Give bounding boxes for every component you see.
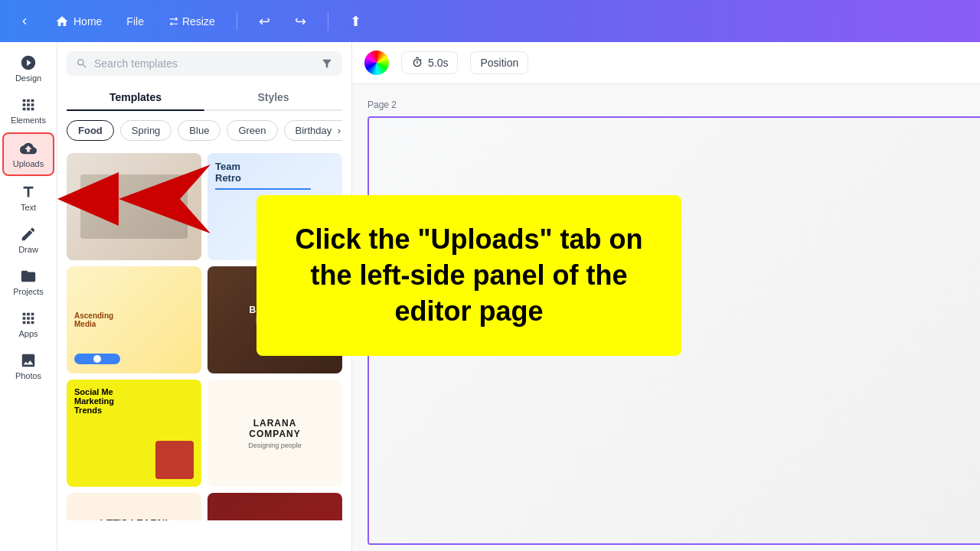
elements-label: Elements	[11, 116, 46, 125]
pill-blue[interactable]: Blue	[178, 120, 220, 141]
divider2	[328, 12, 328, 31]
timer-icon	[411, 57, 423, 69]
file-label: File	[126, 15, 144, 28]
template-card-6[interactable]: LARANA COMPANY Designing people	[207, 380, 342, 487]
canvas-toolbar: 5.0s Position	[352, 42, 980, 84]
pill-green[interactable]: Green	[227, 120, 277, 141]
sidebar-item-elements[interactable]: Elements	[2, 90, 54, 131]
projects-label: Projects	[13, 287, 44, 296]
text-label: Text	[21, 203, 36, 212]
design-label: Design	[15, 73, 41, 83]
template-card-1[interactable]	[67, 153, 201, 260]
pill-birthday[interactable]: Birthday ›	[284, 120, 342, 141]
color-icon[interactable]	[364, 51, 389, 75]
back-button[interactable]	[12, 12, 37, 31]
uploads-label: Uploads	[13, 159, 44, 168]
sidebar-item-photos[interactable]: Photos	[2, 346, 54, 386]
timer-value: 5.0s	[428, 57, 448, 69]
template-card-5[interactable]: Social Me Marketing Trends	[67, 380, 201, 487]
file-button[interactable]: File	[120, 12, 150, 31]
draw-label: Draw	[18, 245, 38, 254]
redo-button[interactable]: ↪	[289, 10, 312, 33]
template-card-8[interactable]: History	[207, 493, 342, 520]
sidebar-item-apps[interactable]: Apps	[2, 304, 54, 344]
pill-food[interactable]: Food	[67, 120, 114, 141]
resize-label: Resize	[182, 15, 215, 28]
search-icon	[76, 57, 88, 70]
sidebar-item-draw[interactable]: Draw	[2, 220, 54, 260]
search-input[interactable]	[94, 57, 315, 70]
top-bar: Home File Resize ↩ ↪ ⬆	[0, 0, 980, 42]
page-label: Page 2	[368, 99, 965, 110]
home-button[interactable]: Home	[49, 11, 108, 31]
sidebar-item-design[interactable]: Design	[2, 48, 54, 89]
panel-tabs: Templates Styles	[67, 85, 342, 111]
instruction-tooltip: Click the "Uploads" tab on the left-side…	[256, 195, 681, 356]
sidebar: Design Elements Uploads Text Draw Projec…	[0, 42, 57, 551]
filter-icon[interactable]	[321, 57, 333, 70]
sidebar-item-uploads[interactable]: Uploads	[2, 132, 54, 176]
position-button[interactable]: Position	[470, 51, 528, 74]
sidebar-item-projects[interactable]: Projects	[2, 262, 54, 302]
sidebar-item-text[interactable]: Text	[2, 178, 54, 218]
photos-label: Photos	[15, 371, 41, 380]
template-card-7[interactable]: LET'S LEARN! EDUCATION AND MORE...	[67, 493, 201, 520]
tab-styles[interactable]: Styles	[204, 85, 342, 109]
resize-button[interactable]: Resize	[162, 12, 221, 31]
category-pills: Food Spring Blue Green Birthday ›	[67, 120, 342, 144]
undo-button[interactable]: ↩	[253, 10, 276, 33]
apps-label: Apps	[18, 329, 38, 338]
pill-spring[interactable]: Spring	[120, 120, 172, 141]
tab-templates[interactable]: Templates	[67, 85, 204, 109]
home-label: Home	[74, 15, 102, 28]
search-bar	[67, 51, 342, 76]
tooltip-text: Click the "Uploads" tab on the left-side…	[279, 222, 658, 329]
template-card-3[interactable]: Ascending Media	[67, 266, 201, 373]
upload-button[interactable]: ⬆	[344, 10, 368, 33]
timer-badge[interactable]: 5.0s	[401, 51, 458, 74]
divider	[237, 12, 237, 31]
